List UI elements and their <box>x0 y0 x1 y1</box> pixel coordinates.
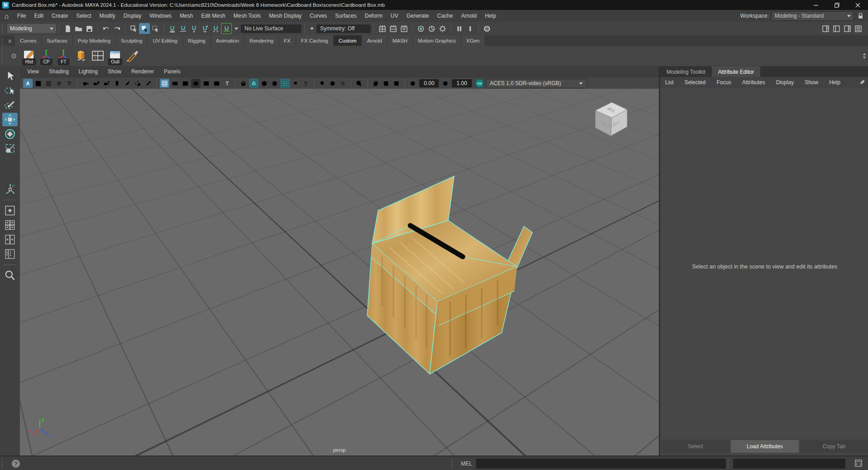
snap-view-plane-icon[interactable] <box>210 23 221 34</box>
shelf-tab-uv-editing[interactable]: UV Editing <box>148 35 182 46</box>
display-layers-icon[interactable] <box>65 79 74 88</box>
file-new-icon[interactable] <box>62 23 73 34</box>
select-object-icon[interactable] <box>139 23 150 34</box>
ae-menu-focus[interactable]: Focus <box>711 79 736 86</box>
file-save-icon[interactable] <box>84 23 95 34</box>
menu-generate[interactable]: Generate <box>402 10 433 22</box>
select-tool[interactable] <box>2 69 18 83</box>
command-input-field[interactable] <box>476 459 726 469</box>
drag-handle[interactable] <box>452 459 456 469</box>
file-open-icon[interactable] <box>73 23 84 34</box>
menu-curves[interactable]: Curves <box>306 10 331 22</box>
viewport-menu-show[interactable]: Show <box>103 68 126 75</box>
viewport-menu-renderer[interactable]: Renderer <box>127 68 158 75</box>
help-line-icon[interactable] <box>481 23 492 34</box>
shelf-tab-mash[interactable]: MASH <box>388 35 413 46</box>
camera-icon[interactable] <box>81 79 91 88</box>
default-lighting-icon[interactable] <box>54 79 64 88</box>
xray-mode-icon[interactable] <box>392 79 401 88</box>
cardboard-box[interactable] <box>20 89 659 456</box>
menu-cache[interactable]: Cache <box>433 10 457 22</box>
ae-menu-attributes[interactable]: Attributes <box>737 79 770 86</box>
camera-lock-icon[interactable] <box>91 79 101 88</box>
help-icon[interactable]: ? <box>12 460 20 468</box>
safe-title-icon[interactable]: T <box>222 79 232 88</box>
pause-viewport-icon[interactable] <box>454 23 465 34</box>
menu-edit-mesh[interactable]: Edit Mesh <box>197 10 229 22</box>
make-live-icon[interactable] <box>221 23 232 34</box>
shelf-tab-poly-modeling[interactable]: Poly Modeling <box>73 35 116 46</box>
construction-history-icon[interactable] <box>398 23 409 34</box>
load-attributes-button[interactable]: Load Attributes <box>731 440 799 453</box>
anti-aliasing-icon[interactable] <box>328 79 337 88</box>
copy-tab-button[interactable]: Copy Tab <box>800 440 868 453</box>
sidebar-tool-settings-icon[interactable] <box>831 23 842 34</box>
paint-select-tool[interactable] <box>2 98 18 112</box>
shelf-scroll-arrows[interactable] <box>863 53 866 59</box>
shelf-tab-custom[interactable]: Custom <box>334 35 362 46</box>
redo-icon[interactable] <box>111 23 122 34</box>
interactive-playback-icon[interactable] <box>465 23 475 34</box>
pin-icon[interactable] <box>859 79 866 86</box>
menu-mesh-display[interactable]: Mesh Display <box>265 10 306 22</box>
shelf-button-history[interactable]: Hist <box>21 48 37 64</box>
sidebar-attribute-editor-icon[interactable] <box>820 23 831 34</box>
shelf-button-poly-cube[interactable] <box>72 48 89 64</box>
home-icon[interactable]: ⌂ <box>0 12 13 20</box>
shelf-tab-fx-caching[interactable]: FX Caching <box>296 35 334 46</box>
ae-menu-list[interactable]: List <box>660 79 679 86</box>
exposure-icon[interactable] <box>408 79 417 88</box>
live-surface-field[interactable]: No Live Surface <box>241 24 302 33</box>
shelf-tab-rigging[interactable]: Rigging <box>183 35 211 46</box>
gamma-icon[interactable] <box>441 79 450 88</box>
shelf-tab-curves[interactable]: Curves <box>15 35 42 46</box>
drag-handle[interactable] <box>2 24 5 34</box>
rotate-tool[interactable] <box>2 127 18 141</box>
menu-display[interactable]: Display <box>120 10 145 22</box>
snap-grid-icon[interactable] <box>167 23 177 34</box>
viewport-menu-shading[interactable]: Shading <box>44 68 73 75</box>
restore-button[interactable] <box>826 0 847 10</box>
motion-blur-icon[interactable] <box>338 79 348 88</box>
menu-mesh[interactable]: Mesh <box>176 10 197 22</box>
gate-mask-icon[interactable] <box>191 79 201 88</box>
gamma-field[interactable]: 1.00 <box>452 79 471 87</box>
shelf-tab-animation[interactable]: Animation <box>211 35 245 46</box>
shelf-button-knife-tool[interactable] <box>124 48 140 64</box>
viewport-menu-view[interactable]: View <box>23 68 43 75</box>
menu-uv[interactable]: UV <box>387 10 403 22</box>
viewport-renderer-badge[interactable]: A <box>23 79 33 88</box>
ambient-occlusion-icon[interactable] <box>317 79 327 88</box>
menu-arnold[interactable]: Arnold <box>457 10 481 22</box>
wireframe-mode-icon[interactable] <box>239 79 248 88</box>
gear-icon[interactable]: ⚙ <box>7 52 20 60</box>
script-editor-icon[interactable] <box>854 459 863 469</box>
duplicate-view-icon[interactable] <box>371 79 380 88</box>
workspace-dropdown[interactable]: Modeling - Standard <box>772 11 854 21</box>
isolate-select-icon[interactable] <box>355 79 364 88</box>
drag-handle[interactable] <box>2 38 5 46</box>
render-settings-icon[interactable] <box>437 23 448 34</box>
ipr-render-icon[interactable] <box>426 23 437 34</box>
viewport-menu-panels[interactable]: Panels <box>159 68 185 75</box>
exposure-field[interactable]: 0.00 <box>419 79 439 87</box>
pane-corner-icon[interactable] <box>381 79 391 88</box>
minimize-button[interactable] <box>806 0 826 10</box>
safe-action-icon[interactable] <box>201 79 211 88</box>
layout-four-pane-button[interactable] <box>2 218 18 232</box>
shelf-tab-xgen[interactable]: XGen <box>461 35 485 46</box>
viewport-canvas[interactable]: TOP LEFT BACK x y z persp <box>20 89 659 456</box>
symmetry-caret[interactable] <box>310 28 314 30</box>
snap-options-caret[interactable] <box>235 28 238 30</box>
undo-icon[interactable] <box>101 23 111 34</box>
shelf-menu-icon[interactable]: ≡ <box>7 38 15 46</box>
scale-tool[interactable] <box>2 142 18 155</box>
ae-menu-selected[interactable]: Selected <box>680 79 711 86</box>
shelf-button-uv-layout[interactable] <box>90 48 106 64</box>
drag-handle[interactable] <box>728 459 731 469</box>
lasso-select-tool[interactable] <box>2 84 18 97</box>
sidebar-channel-box-icon[interactable] <box>842 23 853 34</box>
layout-single-pane-button[interactable] <box>2 204 18 217</box>
shelf-button-freeze-transform[interactable]: FT <box>55 48 72 64</box>
shelf-tab-fx[interactable]: FX <box>279 35 296 46</box>
